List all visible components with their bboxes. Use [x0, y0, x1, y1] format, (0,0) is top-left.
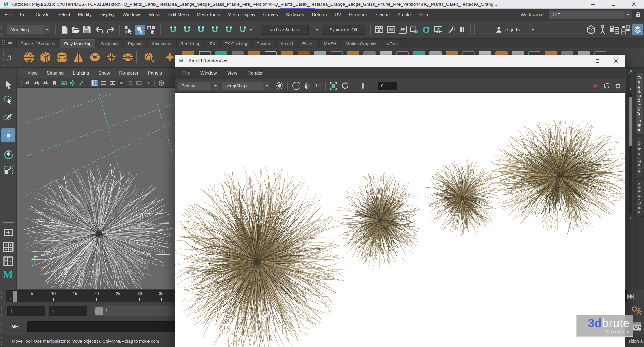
- menu-set-caret[interactable]: [43, 25, 50, 34]
- hypershade-button[interactable]: [446, 25, 455, 34]
- shelf-grip[interactable]: [2, 40, 5, 47]
- workspace-selector[interactable]: 01*: [549, 10, 632, 19]
- refresh-render-icon[interactable]: [341, 82, 349, 90]
- render-region-icon[interactable]: [329, 82, 338, 90]
- render-region-button[interactable]: [387, 25, 396, 34]
- camera-select-icon[interactable]: [24, 80, 32, 86]
- shelf-tab-motion-graphics[interactable]: Motion Graphics: [342, 39, 381, 48]
- menu-windows[interactable]: Windows: [122, 12, 141, 17]
- arnold-minimize-button[interactable]: [570, 55, 588, 67]
- sign-in-button[interactable]: Sign In: [505, 27, 520, 32]
- arnold-maximize-button[interactable]: [588, 55, 607, 67]
- arnold-window-titlebar[interactable]: M Arnold RenderView: [175, 55, 625, 67]
- menu-select[interactable]: Select: [57, 12, 70, 17]
- poly-platonic-tool[interactable]: [142, 51, 155, 64]
- redo-button[interactable]: [106, 25, 115, 34]
- new-scene-button[interactable]: [60, 25, 69, 34]
- help-line-grip[interactable]: [1, 337, 4, 346]
- shelf-tab-mash[interactable]: MASH: [320, 39, 340, 48]
- make-live-icon[interactable]: [238, 25, 248, 35]
- menu-edit[interactable]: Edit: [20, 12, 28, 17]
- render-settings-button[interactable]: [409, 25, 419, 34]
- menu-mesh-tools[interactable]: Mesh Tools: [197, 12, 220, 17]
- camera-caret[interactable]: [263, 82, 270, 90]
- time-slider-grip[interactable]: [1, 291, 4, 302]
- command-line-language-toggle[interactable]: MEL: [11, 324, 21, 329]
- shelf-tab-poly-modeling[interactable]: Poly Modeling: [60, 39, 95, 48]
- scale-tool[interactable]: [3, 165, 14, 175]
- shelf-tab-custom[interactable]: Custom: [252, 39, 276, 48]
- arnold-menu-file[interactable]: File: [182, 71, 190, 76]
- zoom-ratio-button[interactable]: 1:1: [315, 83, 321, 88]
- menu-generate[interactable]: Generate: [349, 12, 368, 17]
- select-component-button[interactable]: [147, 25, 156, 35]
- shelf-menu-icon[interactable]: [7, 40, 13, 46]
- workspace-caret[interactable]: [624, 11, 632, 19]
- snap-to-points-icon[interactable]: [196, 25, 206, 35]
- poly-sphere-tool[interactable]: [23, 51, 35, 64]
- animation-start-field[interactable]: 1: [7, 306, 45, 316]
- scroll-down-icon[interactable]: [627, 216, 634, 221]
- snap-to-grid-icon[interactable]: [168, 25, 178, 35]
- arnold-close-button[interactable]: [607, 55, 625, 67]
- safe-action-icon[interactable]: [136, 80, 143, 86]
- menu-display[interactable]: Display: [99, 12, 115, 17]
- shelf-icons-grip[interactable]: [1, 51, 5, 67]
- arnold-menu-render[interactable]: Render: [248, 71, 263, 76]
- minimize-button[interactable]: [582, 0, 603, 8]
- command-line-grip[interactable]: [1, 320, 4, 333]
- menu-file[interactable]: File: [5, 12, 12, 17]
- scroll-up-icon[interactable]: [627, 87, 634, 92]
- menu-mesh[interactable]: Mesh: [149, 12, 160, 17]
- snap-to-curves-icon[interactable]: [182, 25, 192, 35]
- slider-handle[interactable]: [362, 83, 364, 89]
- snap-to-view-planes-icon[interactable]: [224, 25, 234, 35]
- bookmark-icon[interactable]: [51, 80, 58, 86]
- live-surface-field[interactable]: No Live Surface: [261, 25, 309, 35]
- poly-cube-tool[interactable]: [39, 51, 52, 64]
- restart-render-icon[interactable]: [603, 82, 610, 90]
- shelf-tab-curves-surfaces[interactable]: Curves / Surfaces: [16, 39, 59, 48]
- pause-icon[interactable]: [459, 26, 466, 34]
- workspace-modeling-icon[interactable]: [586, 25, 596, 35]
- ipr-render-button[interactable]: IPR: [399, 26, 407, 34]
- go-to-end-button[interactable]: [626, 292, 635, 301]
- symmetry-caret[interactable]: [316, 29, 319, 32]
- poly-disc-tool[interactable]: [121, 51, 134, 64]
- panel-menu-lighting[interactable]: Lighting: [73, 71, 89, 76]
- symmetry-field[interactable]: Symmetry: Off: [322, 25, 365, 35]
- range-slider-grip[interactable]: [1, 305, 4, 317]
- rotate-tool[interactable]: [3, 149, 14, 159]
- move-tool[interactable]: [1, 128, 15, 142]
- resolution-gate-icon[interactable]: [109, 80, 116, 86]
- menu-curves[interactable]: Curves: [263, 12, 278, 17]
- workspace-outliner-icon[interactable]: [609, 25, 619, 35]
- shelf-tab-fx-caching[interactable]: FX Caching: [220, 39, 251, 48]
- playback-start-field[interactable]: 1: [49, 306, 87, 316]
- exposure-slider[interactable]: [353, 83, 374, 89]
- shelf-tab-rigging[interactable]: Rigging: [124, 39, 147, 48]
- close-button[interactable]: [623, 0, 644, 8]
- frame-number-field[interactable]: 0: [378, 82, 397, 90]
- select-tool[interactable]: [3, 79, 14, 90]
- poly-cylinder-tool[interactable]: [56, 51, 68, 64]
- snap-to-projected-center-icon[interactable]: [210, 25, 220, 35]
- poly-plane-tool[interactable]: [105, 51, 118, 64]
- render-options-gear-icon[interactable]: [614, 82, 622, 90]
- shelf-tab-arnold[interactable]: Arnold: [276, 39, 297, 48]
- single-pane-layout-button[interactable]: [2, 227, 15, 238]
- start-ipr-button[interactable]: [593, 82, 599, 89]
- panel-menu-view[interactable]: View: [27, 71, 37, 76]
- four-pane-layout-button[interactable]: [2, 241, 15, 253]
- workspace-layers-icon[interactable]: [632, 24, 643, 35]
- workspace-lock-icon[interactable]: [635, 11, 642, 18]
- workspace-editors-icon[interactable]: [621, 25, 631, 35]
- panel-menu-panels[interactable]: Panels: [148, 71, 162, 76]
- sign-in-caret[interactable]: [531, 29, 534, 32]
- two-pane-layout-button[interactable]: [2, 256, 15, 267]
- current-time-indicator[interactable]: 1: [13, 291, 17, 302]
- menu-deform[interactable]: Deform: [312, 12, 327, 17]
- shelf-tab-animation[interactable]: Animation: [148, 39, 175, 48]
- render-current-frame-button[interactable]: [374, 25, 384, 34]
- shelf-tab-bifrost[interactable]: Bifrost: [298, 39, 319, 48]
